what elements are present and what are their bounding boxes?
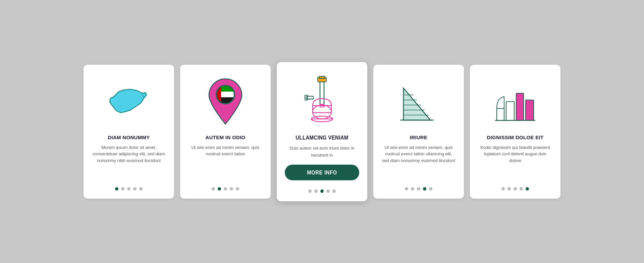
card-3-desc: Duis autem vel eum iriure dolor in hendr… bbox=[285, 145, 359, 158]
dot bbox=[224, 187, 227, 191]
dot bbox=[326, 189, 330, 193]
location-pin-flag-icon bbox=[199, 75, 252, 128]
card-1-desc: Morem ipsum dolor sit amet, consectetuer… bbox=[92, 144, 166, 182]
card-autem-in-odio: AUTEM IN ODIO Ut wisi enim ad minim veni… bbox=[180, 65, 271, 199]
dot-active bbox=[320, 189, 324, 193]
card-3-title: ULLAMCING VENIAM bbox=[296, 135, 348, 141]
card-4-desc: Ut wisi enim ad minim veniam, quis nostr… bbox=[381, 144, 456, 182]
svg-rect-11 bbox=[319, 76, 325, 78]
cards-container: DIAM NONUMMY Morem ipsum dolor sit amet,… bbox=[63, 51, 581, 212]
svg-rect-9 bbox=[320, 80, 324, 105]
dot bbox=[332, 189, 336, 193]
card-ullamcing-veniam: ULLAMCING VENIAM Duis autem vel eum iriu… bbox=[277, 62, 367, 201]
dot bbox=[411, 187, 414, 191]
dot bbox=[121, 187, 124, 191]
dot-active bbox=[526, 187, 529, 191]
svg-rect-4 bbox=[221, 92, 234, 97]
card-5-desc: Kodio dignissim qui blandit praesent lup… bbox=[478, 144, 552, 182]
svg-rect-26 bbox=[516, 93, 524, 120]
dot bbox=[405, 187, 408, 191]
dot bbox=[212, 187, 215, 191]
dot-active bbox=[218, 187, 221, 191]
card-2-desc: Ut wisi enim ad minim veniam, quis nostr… bbox=[188, 144, 263, 182]
burj-al-arab-icon bbox=[392, 75, 445, 128]
card-dignissim-doloe-eit: DIGNISSIM DOLOE EIT Kodio dignissim qui … bbox=[470, 65, 560, 199]
dot bbox=[501, 187, 505, 191]
dot bbox=[139, 187, 143, 191]
card-2-dots bbox=[212, 187, 239, 191]
card-iriure: IRIURE Ut wisi enim ad minim veniam, qui… bbox=[373, 65, 464, 199]
card-2-title: AUTEM IN ODIO bbox=[206, 135, 246, 140]
dot bbox=[127, 187, 130, 191]
card-3-dots bbox=[308, 189, 336, 193]
dot bbox=[314, 189, 318, 193]
svg-rect-25 bbox=[506, 102, 514, 120]
hookah-icon bbox=[295, 72, 349, 128]
card-4-title: IRIURE bbox=[410, 135, 428, 140]
card-4-dots bbox=[405, 187, 432, 191]
cityscape-icon bbox=[488, 75, 542, 128]
dot bbox=[514, 187, 517, 191]
dot-active bbox=[115, 187, 118, 191]
card-5-title: DIGNISSIM DOLOE EIT bbox=[487, 135, 543, 140]
card-1-title: DIAM NONUMMY bbox=[108, 135, 150, 140]
card-diam-nonummy: DIAM NONUMMY Morem ipsum dolor sit amet,… bbox=[84, 65, 174, 199]
dot bbox=[236, 187, 239, 191]
dot bbox=[520, 187, 523, 191]
svg-rect-24 bbox=[497, 108, 504, 120]
dot bbox=[308, 189, 312, 193]
dot bbox=[133, 187, 137, 191]
svg-rect-27 bbox=[526, 100, 534, 120]
dot bbox=[429, 187, 432, 191]
card-5-dots bbox=[501, 187, 529, 191]
dot-active bbox=[423, 187, 426, 191]
dot bbox=[507, 187, 511, 191]
more-info-button[interactable]: MORE INFO bbox=[285, 164, 359, 180]
dot bbox=[417, 187, 420, 191]
uae-map-icon bbox=[102, 75, 156, 128]
card-1-dots bbox=[115, 187, 143, 191]
dot bbox=[230, 187, 233, 191]
